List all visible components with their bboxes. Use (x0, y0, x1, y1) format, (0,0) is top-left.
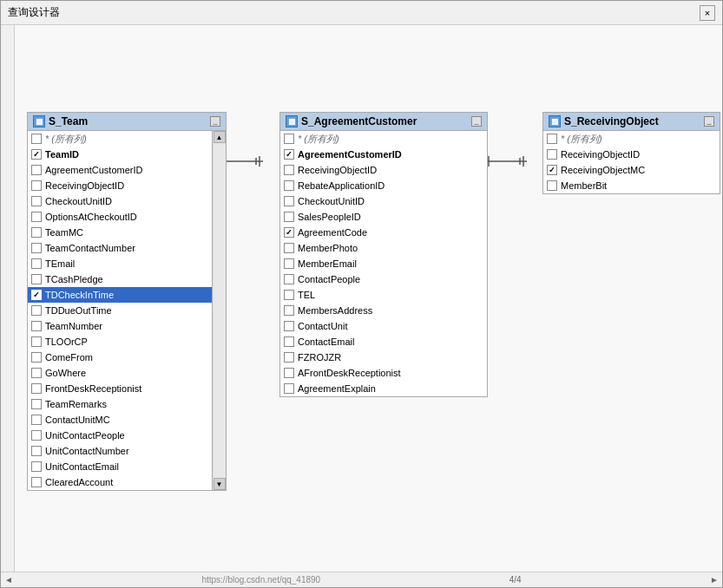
checkbox-agreementcustomerid[interactable] (284, 149, 294, 160)
field-comefrom[interactable]: ComeFrom (28, 350, 212, 365)
field-salespeopleid[interactable]: SalesPeopleID (280, 209, 487, 225)
checkbox-contactemail[interactable] (284, 336, 294, 347)
field-contactpeople[interactable]: ContactPeople (280, 271, 487, 287)
checkbox-contactunitmc[interactable] (31, 415, 42, 425)
checkbox-unitcontactpeople[interactable] (31, 430, 42, 441)
field-rebateapplicationid[interactable]: RebateApplicationID (280, 178, 487, 193)
checkbox-memberphoto[interactable] (284, 243, 294, 253)
field-unitcontactpeople[interactable]: UnitContactPeople (28, 428, 212, 443)
checkbox-temail[interactable] (31, 258, 42, 269)
field-agreementcustomerid-team[interactable]: AgreementCustomerID (28, 162, 212, 178)
checkbox-afrontdeskreceptionist[interactable] (284, 368, 294, 378)
field-checkoutunitid-agr[interactable]: CheckoutUnitID (280, 193, 487, 209)
field-contactunit[interactable]: ContactUnit (280, 318, 487, 334)
field-memberbit[interactable]: MemberBit (543, 178, 720, 193)
field-teammc[interactable]: TeamMC (28, 225, 212, 240)
field-tdcheckintime[interactable]: TDCheckInTime (28, 287, 212, 303)
checkbox-fzrojzr[interactable] (284, 352, 294, 363)
field-receivingobjectid[interactable]: ReceivingObjectID (543, 147, 720, 162)
checkbox-teamid[interactable] (31, 149, 42, 160)
checkbox-salespeopleid[interactable] (284, 212, 294, 222)
field-teamcontactnumber[interactable]: TeamContactNumber (28, 240, 212, 256)
field-memberphoto[interactable]: MemberPhoto (280, 240, 487, 256)
checkbox-all-agreement[interactable] (284, 134, 294, 144)
field-all-cols-team[interactable]: * (所有列) (28, 131, 212, 147)
close-button[interactable]: × (700, 5, 715, 21)
field-receivingobjectid-team[interactable]: ReceivingObjectID (28, 178, 212, 193)
checkbox-gowhere[interactable] (31, 368, 42, 378)
checkbox-checkoutunitid-agr[interactable] (284, 196, 294, 206)
field-fzrojzr[interactable]: FZROJZR (280, 350, 487, 365)
checkbox-teamcontactnumber[interactable] (31, 243, 42, 253)
field-all-cols-agreement[interactable]: * (所有列) (280, 131, 487, 147)
checkbox-memberbit[interactable] (547, 180, 557, 191)
checkbox-tel[interactable] (284, 290, 294, 300)
minimize-s-agreement[interactable]: _ (471, 116, 482, 127)
checkbox-membersaddress[interactable] (284, 305, 294, 316)
checkbox-frontdeskreceptionist[interactable] (31, 383, 42, 394)
checkbox-comefrom[interactable] (31, 352, 42, 363)
field-unitcontactemail[interactable]: UnitContactEmail (28, 459, 212, 474)
minimize-s-team[interactable]: _ (210, 116, 220, 127)
checkbox-tloorcp[interactable] (31, 336, 42, 347)
field-tcashpledge[interactable]: TCashPledge (28, 271, 212, 287)
checkbox-clearedaccount[interactable] (31, 477, 42, 487)
left-scroll-bar (1, 25, 15, 572)
checkbox-all-team[interactable] (31, 134, 42, 144)
field-contactemail[interactable]: ContactEmail (280, 334, 487, 350)
checkbox-unitcontactemail[interactable] (31, 461, 42, 472)
field-teamremarks[interactable]: TeamRemarks (28, 396, 212, 412)
scroll-right-btn[interactable]: ► (710, 575, 719, 585)
checkbox-tcashpledge[interactable] (31, 274, 42, 284)
scroll-track-team[interactable] (214, 143, 226, 478)
field-gowhere[interactable]: GoWhere (28, 365, 212, 381)
checkbox-agreementcustomerid-team[interactable] (31, 165, 42, 175)
field-agreementcustomerid[interactable]: AgreementCustomerID (280, 147, 487, 162)
field-tel[interactable]: TEL (280, 287, 487, 303)
table-s-receiving-object: ▦ S_ReceivingObject _ * (所有列) ReceivingO… (542, 112, 720, 194)
checkbox-optionsatcheckoutid[interactable] (31, 212, 42, 222)
scroll-down-team[interactable]: ▼ (214, 478, 226, 490)
checkbox-agreementcode[interactable] (284, 227, 294, 238)
checkbox-receivingobjectmc[interactable] (547, 165, 557, 175)
checkbox-all-receiving[interactable] (547, 134, 557, 144)
checkbox-receivingobjectid[interactable] (547, 149, 557, 160)
field-temail[interactable]: TEmail (28, 256, 212, 271)
canvas-area: ▦ S_Team _ * (所有列) (15, 25, 722, 572)
checkbox-checkoutunitid-team[interactable] (31, 196, 42, 206)
field-all-cols-receiving[interactable]: * (所有列) (543, 131, 720, 147)
checkbox-agreementexplain[interactable] (284, 383, 294, 394)
checkbox-tddueouttime[interactable] (31, 305, 42, 316)
field-afrontdeskreceptionist[interactable]: AFrontDeskReceptionist (280, 365, 487, 381)
field-teamid[interactable]: TeamID (28, 147, 212, 162)
checkbox-teamnumber[interactable] (31, 321, 42, 331)
checkbox-memberemail[interactable] (284, 258, 294, 269)
field-optionsatcheckoutid[interactable]: OptionsAtCheckoutID (28, 209, 212, 225)
field-frontdeskreceptionist[interactable]: FrontDeskReceptionist (28, 381, 212, 396)
checkbox-tdcheckintime[interactable] (31, 290, 42, 300)
checkbox-rebateapplicationid[interactable] (284, 180, 294, 191)
checkbox-contactpeople[interactable] (284, 274, 294, 284)
field-tddueouttime[interactable]: TDDueOutTime (28, 303, 212, 318)
field-membersaddress[interactable]: MembersAddress (280, 303, 487, 318)
field-checkoutunitid-team[interactable]: CheckoutUnitID (28, 193, 212, 209)
field-unitcontactnumber[interactable]: UnitContactNumber (28, 443, 212, 459)
field-tloorcp[interactable]: TLOOrCP (28, 334, 212, 350)
scroll-up-team[interactable]: ▲ (214, 131, 226, 143)
minimize-s-receiving[interactable]: _ (704, 116, 714, 127)
checkbox-teammc[interactable] (31, 227, 42, 238)
checkbox-contactunit[interactable] (284, 321, 294, 331)
field-teamnumber[interactable]: TeamNumber (28, 318, 212, 334)
checkbox-teamremarks[interactable] (31, 399, 42, 409)
field-receivingobjectid-agr[interactable]: ReceivingObjectID (280, 162, 487, 178)
field-contactunitmc[interactable]: ContactUnitMC (28, 412, 212, 428)
field-memberemail[interactable]: MemberEmail (280, 256, 487, 271)
field-clearedaccount[interactable]: ClearedAccount (28, 474, 212, 490)
checkbox-receivingobjectid-agr[interactable] (284, 165, 294, 175)
field-receivingobjectmc[interactable]: ReceivingObjectMC (543, 162, 720, 178)
scroll-left-btn[interactable]: ◄ (4, 575, 13, 585)
checkbox-receivingobjectid-team[interactable] (31, 180, 42, 191)
checkbox-unitcontactnumber[interactable] (31, 446, 42, 456)
field-agreementexplain[interactable]: AgreementExplain (280, 381, 487, 396)
field-agreementcode[interactable]: AgreementCode (280, 225, 487, 240)
